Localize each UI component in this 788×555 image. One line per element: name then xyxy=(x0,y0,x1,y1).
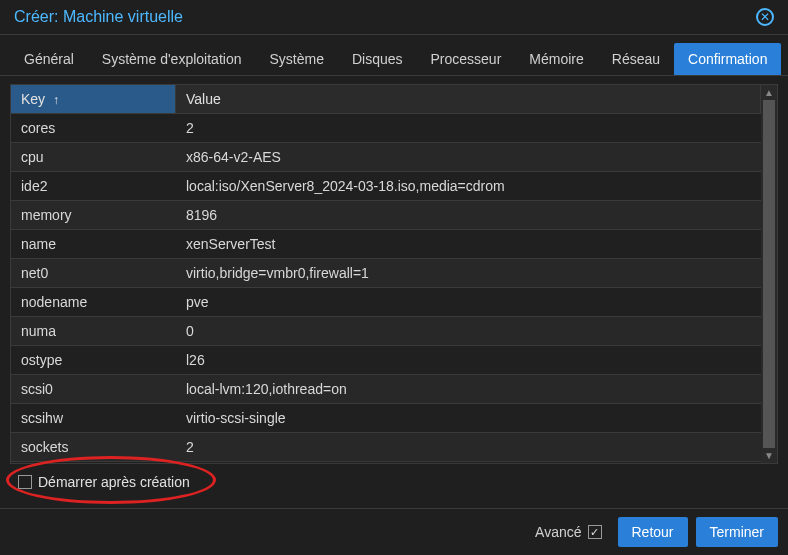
config-table: Key ↑ Value cores2cpux86-64-v2-AESide2lo… xyxy=(10,84,778,464)
advanced-label: Avancé xyxy=(535,524,581,540)
cell-key: net0 xyxy=(11,259,176,287)
advanced-toggle[interactable]: Avancé xyxy=(535,524,601,540)
wizard-tabs: Général Système d'exploitation Système D… xyxy=(0,35,788,76)
scroll-down-icon[interactable]: ▼ xyxy=(764,450,774,461)
table-row[interactable]: tpmstate0local-lvm:1,version=v2.0 xyxy=(11,461,761,463)
table-row[interactable]: memory8196 xyxy=(11,200,761,229)
table-row[interactable]: cores2 xyxy=(11,113,761,142)
cell-value: pve xyxy=(176,288,761,316)
tab-cpu[interactable]: Processeur xyxy=(417,43,516,75)
tab-memory[interactable]: Mémoire xyxy=(515,43,597,75)
finish-button[interactable]: Terminer xyxy=(696,517,778,547)
cell-key: sockets xyxy=(11,433,176,461)
cell-value: x86-64-v2-AES xyxy=(176,143,761,171)
cell-key: scsihw xyxy=(11,404,176,432)
table-body: Key ↑ Value cores2cpux86-64-v2-AESide2lo… xyxy=(11,85,761,463)
dialog-title: Créer: Machine virtuelle xyxy=(14,8,183,26)
table-row[interactable]: namexenServerTest xyxy=(11,229,761,258)
create-vm-dialog: Créer: Machine virtuelle ✕ Général Systè… xyxy=(0,0,788,555)
cell-key: ide2 xyxy=(11,172,176,200)
cell-value: 2 xyxy=(176,433,761,461)
cell-value: xenServerTest xyxy=(176,230,761,258)
cell-value: 2 xyxy=(176,114,761,142)
cell-value: l26 xyxy=(176,346,761,374)
dialog-content: Key ↑ Value cores2cpux86-64-v2-AESide2lo… xyxy=(0,76,788,508)
column-header-key-label: Key xyxy=(21,91,45,107)
scroll-up-icon[interactable]: ▲ xyxy=(764,87,774,98)
start-after-create-label: Démarrer après création xyxy=(38,474,190,490)
table-row[interactable]: nodenamepve xyxy=(11,287,761,316)
table-row[interactable]: net0virtio,bridge=vmbr0,firewall=1 xyxy=(11,258,761,287)
column-header-key[interactable]: Key ↑ xyxy=(11,85,176,113)
dialog-footer: Avancé Retour Terminer xyxy=(0,508,788,555)
cell-key: nodename xyxy=(11,288,176,316)
tab-general[interactable]: Général xyxy=(10,43,88,75)
cell-value: 0 xyxy=(176,317,761,345)
tab-confirmation[interactable]: Confirmation xyxy=(674,43,781,75)
scroll-thumb[interactable] xyxy=(763,100,775,448)
cell-value: 8196 xyxy=(176,201,761,229)
column-header-value[interactable]: Value xyxy=(176,85,761,113)
close-icon[interactable]: ✕ xyxy=(756,8,774,26)
tab-network[interactable]: Réseau xyxy=(598,43,674,75)
cell-value: virtio,bridge=vmbr0,firewall=1 xyxy=(176,259,761,287)
back-button[interactable]: Retour xyxy=(618,517,688,547)
table-header-row: Key ↑ Value xyxy=(11,85,761,113)
start-after-create-row: Démarrer après création xyxy=(10,464,778,500)
cell-value: local:iso/XenServer8_2024-03-18.iso,medi… xyxy=(176,172,761,200)
cell-value: local-lvm:120,iothread=on xyxy=(176,375,761,403)
table-row[interactable]: numa0 xyxy=(11,316,761,345)
start-after-create-checkbox[interactable] xyxy=(18,475,32,489)
scrollbar[interactable]: ▲ ▼ xyxy=(761,85,777,463)
cell-key: ostype xyxy=(11,346,176,374)
table-row[interactable]: ide2local:iso/XenServer8_2024-03-18.iso,… xyxy=(11,171,761,200)
table-row[interactable]: ostypel26 xyxy=(11,345,761,374)
cell-key: numa xyxy=(11,317,176,345)
tab-os[interactable]: Système d'exploitation xyxy=(88,43,256,75)
cell-key: cores xyxy=(11,114,176,142)
cell-value: local-lvm:1,version=v2.0 xyxy=(176,462,761,463)
tab-disks[interactable]: Disques xyxy=(338,43,417,75)
cell-key: tpmstate0 xyxy=(11,462,176,463)
table-row[interactable]: scsihwvirtio-scsi-single xyxy=(11,403,761,432)
advanced-checkbox[interactable] xyxy=(588,525,602,539)
table-row[interactable]: cpux86-64-v2-AES xyxy=(11,142,761,171)
sort-asc-icon: ↑ xyxy=(53,93,59,107)
cell-key: name xyxy=(11,230,176,258)
table-row[interactable]: sockets2 xyxy=(11,432,761,461)
tab-system[interactable]: Système xyxy=(255,43,337,75)
cell-key: memory xyxy=(11,201,176,229)
dialog-header: Créer: Machine virtuelle ✕ xyxy=(0,0,788,35)
cell-value: virtio-scsi-single xyxy=(176,404,761,432)
cell-key: cpu xyxy=(11,143,176,171)
table-row[interactable]: scsi0local-lvm:120,iothread=on xyxy=(11,374,761,403)
cell-key: scsi0 xyxy=(11,375,176,403)
